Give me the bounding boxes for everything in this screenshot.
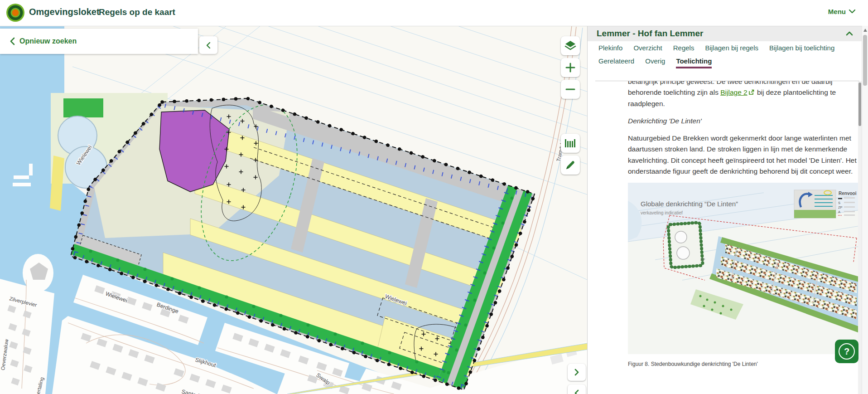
page-scrollbar-thumb[interactable] <box>863 35 867 86</box>
svg-text:S: S <box>838 201 840 205</box>
legend-title: Renvooi <box>839 191 857 196</box>
svg-text:A: A <box>838 210 840 214</box>
subheading-italic: Denkrichting 'De Linten' <box>628 116 858 126</box>
search-again-button[interactable]: Opnieuw zoeken <box>0 29 198 54</box>
menu-button[interactable]: Menu <box>828 8 855 15</box>
figure-title: Globale denkrichting “De Linten” <box>641 200 738 208</box>
tab-plekinfo[interactable]: Plekinfo <box>598 44 622 52</box>
menu-label: Menu <box>828 8 846 15</box>
tab-bijlagen-bij-regels[interactable]: Bijlagen bij regels <box>705 44 758 52</box>
next-result-button[interactable] <box>568 364 586 381</box>
zoom-in-button[interactable] <box>561 58 580 77</box>
pencil-icon <box>565 160 576 170</box>
figure-caption: Figuur 8. Stedenbouwkundige denkrichting… <box>628 361 858 367</box>
ruler-icon <box>564 138 576 148</box>
tab-row-1: Plekinfo Overzicht Regels Bijlagen bij r… <box>598 44 834 52</box>
svg-text:ZP: ZP <box>838 205 843 209</box>
chevron-left-icon <box>206 42 211 49</box>
chevron-down-icon <box>849 10 855 14</box>
page-scrollbar[interactable] <box>862 26 868 394</box>
paragraph: Natuurgebied De Brekken wordt gekenmerkt… <box>628 133 858 177</box>
collapse-search-panel-button[interactable] <box>199 36 217 54</box>
tab-regels[interactable]: Regels <box>673 44 694 52</box>
top-bar: Omgevingsloket Regels op de kaart Menu <box>0 0 868 26</box>
content-scrollbar-thumb[interactable] <box>858 83 861 126</box>
panel-header: Lemmer - Hof fan Lemmer <box>588 26 862 41</box>
previous-result-button[interactable] <box>568 384 586 394</box>
tab-row-2: Gerelateerd Overig Toelichting <box>598 57 712 68</box>
zp-mark: ZP <box>700 258 705 262</box>
tab-overig[interactable]: Overig <box>645 57 665 68</box>
figure-subtitle: verkaveling indicatief <box>641 210 683 215</box>
draw-button[interactable] <box>561 156 580 175</box>
app-root: Omgevingsloket Regels op de kaart Menu <box>0 0 868 394</box>
page-title: Regels op de kaart <box>99 7 175 17</box>
clipped-line: belangrijk principe geweest. De twee den… <box>628 81 833 85</box>
tab-gerelateerd[interactable]: Gerelateerd <box>598 57 634 68</box>
scroll-up-arrow-icon[interactable] <box>863 29 867 32</box>
search-again-label: Opnieuw zoeken <box>19 37 77 45</box>
toelichting-content[interactable]: belangrijk principe geweest. De twee den… <box>588 81 858 394</box>
zoom-out-button[interactable] <box>561 80 580 99</box>
tab-overzicht[interactable]: Overzicht <box>633 44 662 52</box>
tab-bijlagen-bij-toelichting[interactable]: Bijlagen bij toelichting <box>769 44 834 52</box>
paragraph: belangrijk principe geweest. De twee den… <box>628 81 858 109</box>
content-scrollbar[interactable] <box>858 81 862 394</box>
layers-button[interactable] <box>561 36 580 55</box>
chevron-right-icon <box>574 369 579 376</box>
help-button[interactable]: ? <box>835 340 858 363</box>
figure-image: ZP <box>628 183 858 354</box>
layers-icon <box>564 40 576 51</box>
bijlage-2-link[interactable]: Bijlage 2 <box>720 88 747 96</box>
tab-toelichting[interactable]: Toelichting <box>676 57 712 68</box>
chevron-left-icon <box>10 37 15 45</box>
panel-title: Lemmer - Hof fan Lemmer <box>597 29 703 39</box>
plus-icon <box>565 63 575 73</box>
measure-button[interactable] <box>561 134 580 153</box>
question-mark-icon: ? <box>839 343 855 360</box>
map-canvas[interactable]: Wielewei Wielewei Wielewei Berdinge Slij… <box>0 26 587 394</box>
brand-title[interactable]: Omgevingsloket <box>29 7 100 17</box>
chevron-left-icon <box>574 389 579 394</box>
external-link-icon <box>748 89 754 95</box>
minus-icon <box>565 84 575 94</box>
chevron-up-icon[interactable] <box>846 31 853 36</box>
detail-panel: Lemmer - Hof fan Lemmer Plekinfo Overzic… <box>587 26 862 394</box>
omgevingsloket-logo-icon <box>5 3 25 23</box>
map[interactable]: Wielewei Wielewei Wielewei Berdinge Slij… <box>0 26 587 394</box>
